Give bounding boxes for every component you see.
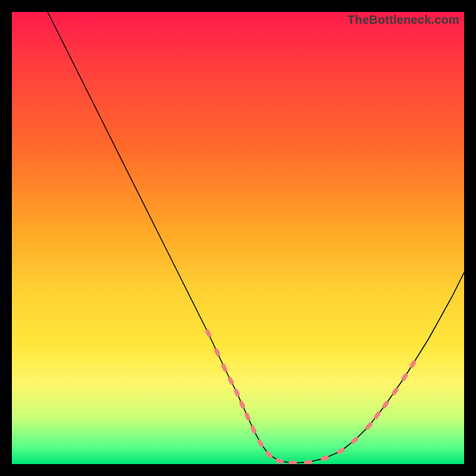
curve-marker [304,460,313,464]
curve-marker [233,388,240,397]
curve-marker [289,461,297,464]
curve-marker [320,455,330,461]
curve-marker [221,363,228,372]
curve-marker [227,376,235,386]
curve-marker [409,359,416,369]
chart-frame: TheBottleneck.com [0,0,476,476]
curve-marker [250,425,257,434]
curve-marker [205,328,212,338]
markers-group [205,328,417,464]
bottleneck-curve [48,12,464,463]
curve-svg [12,12,464,464]
curve-marker [244,412,251,421]
curve-marker [264,450,273,459]
curve-marker [214,347,221,357]
plot-area: TheBottleneck.com [12,12,464,464]
curve-marker [239,400,246,409]
